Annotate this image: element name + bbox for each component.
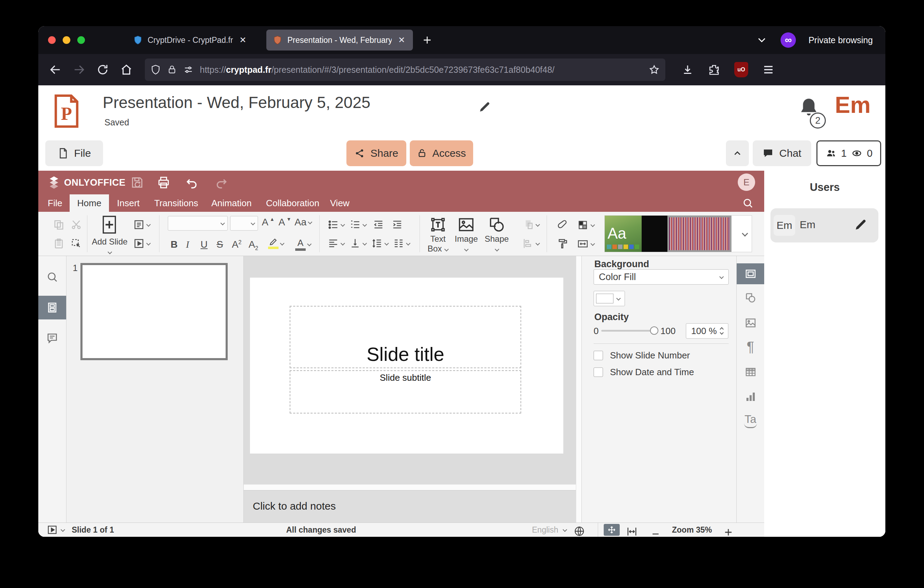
- highlight-color-button[interactable]: [268, 238, 284, 249]
- cut-icon[interactable]: [70, 219, 82, 231]
- text-box-button[interactable]: Text Box: [426, 215, 450, 253]
- subtitle-placeholder[interactable]: Slide subtitle: [290, 370, 521, 413]
- back-button[interactable]: [49, 63, 62, 76]
- url-bar[interactable]: https://cryptpad.fr/presentation/#/3/pre…: [145, 58, 665, 81]
- start-slideshow-status-button[interactable]: [47, 523, 65, 537]
- chart-settings-icon[interactable]: [744, 390, 757, 403]
- chat-button[interactable]: Chat: [753, 140, 811, 166]
- background-color-swatch[interactable]: [594, 291, 625, 306]
- opacity-spinner[interactable]: 100 %: [686, 323, 728, 339]
- spinner-down-icon[interactable]: [719, 330, 723, 334]
- search-icon[interactable]: [742, 197, 754, 209]
- user-counts[interactable]: 1 0: [817, 140, 881, 166]
- access-button[interactable]: Access: [410, 140, 473, 166]
- copy-icon[interactable]: [53, 219, 65, 231]
- show-date-time-row[interactable]: Show Date and Time: [594, 367, 694, 378]
- opacity-slider-track[interactable]: [601, 330, 655, 332]
- theme-landscape[interactable]: Aa: [605, 216, 642, 252]
- close-window-button[interactable]: [48, 36, 56, 44]
- theme-dark[interactable]: [642, 216, 667, 252]
- new-tab-button[interactable]: [421, 34, 433, 46]
- paragraph-settings-icon[interactable]: ¶: [747, 339, 754, 355]
- show-date-time-checkbox[interactable]: [594, 368, 603, 377]
- menu-collaboration[interactable]: Collaboration: [266, 194, 319, 212]
- increase-indent-icon[interactable]: [391, 219, 403, 231]
- arrange-shape-button[interactable]: [522, 219, 540, 231]
- select-all-icon[interactable]: [70, 238, 82, 249]
- gallery-expand-chevron[interactable]: [742, 231, 748, 237]
- account-avatar[interactable]: Em: [835, 92, 871, 118]
- spellcheck-globe-icon[interactable]: [573, 524, 585, 537]
- edit-name-pencil-icon[interactable]: [853, 217, 868, 232]
- title-placeholder[interactable]: Slide title: [290, 306, 521, 368]
- slide-thumbnail[interactable]: [81, 263, 228, 360]
- menu-insert[interactable]: Insert: [117, 194, 140, 212]
- undo-icon[interactable]: [185, 176, 199, 190]
- comments-panel-icon[interactable]: [46, 332, 58, 345]
- shape-button[interactable]: Shape: [485, 215, 509, 253]
- print-icon[interactable]: [157, 175, 171, 190]
- menu-animation[interactable]: Animation: [211, 194, 252, 212]
- fit-width-icon[interactable]: [626, 525, 638, 537]
- bookmark-star-icon[interactable]: [648, 64, 660, 75]
- show-slide-number-row[interactable]: Show Slide Number: [594, 350, 690, 361]
- forward-button[interactable]: [73, 63, 86, 76]
- background-fill-select[interactable]: Color Fill: [594, 269, 729, 284]
- image-settings-icon[interactable]: [744, 317, 757, 329]
- decrement-font-button[interactable]: A▼: [279, 217, 291, 228]
- menu-home[interactable]: Home: [69, 194, 109, 212]
- share-button[interactable]: Share: [346, 140, 406, 166]
- extensions-puzzle-icon[interactable]: [708, 63, 720, 76]
- add-slide-label[interactable]: Add Slide: [91, 237, 129, 256]
- ublock-origin-icon[interactable]: uO: [734, 62, 748, 77]
- text-art-settings-icon[interactable]: Ta: [744, 413, 757, 428]
- minimize-window-button[interactable]: [63, 36, 70, 44]
- horizontal-align-button[interactable]: [327, 238, 345, 249]
- slide[interactable]: Slide title Slide subtitle: [250, 277, 563, 454]
- url-text[interactable]: https://cryptpad.fr/presentation/#/3/pre…: [200, 65, 642, 75]
- menu-hamburger-icon[interactable]: [762, 63, 775, 76]
- fit-slide-button[interactable]: [604, 524, 620, 536]
- start-slideshow-button[interactable]: [133, 238, 150, 249]
- vertical-align-button[interactable]: [349, 238, 366, 249]
- zoom-out-icon[interactable]: [651, 527, 660, 537]
- menu-view[interactable]: View: [330, 194, 350, 212]
- fill-color-button[interactable]: [577, 219, 595, 231]
- zoom-in-icon[interactable]: [723, 525, 733, 537]
- line-spacing-button[interactable]: [371, 238, 389, 249]
- theme-striped-selected[interactable]: [667, 216, 731, 252]
- change-case-button[interactable]: Aa: [295, 217, 312, 228]
- slide-settings-icon[interactable]: [744, 268, 757, 280]
- bold-button[interactable]: B: [171, 239, 178, 250]
- clear-style-icon[interactable]: [557, 219, 569, 231]
- language-chevron-icon[interactable]: [563, 528, 567, 537]
- downloads-icon[interactable]: [681, 63, 694, 76]
- collapse-toolbar-button[interactable]: [726, 140, 749, 166]
- vertical-scrollbar[interactable]: [576, 256, 581, 522]
- slides-panel-icon[interactable]: [46, 301, 58, 314]
- font-color-button[interactable]: A: [295, 238, 311, 251]
- save-icon[interactable]: [130, 175, 144, 190]
- close-tab-icon[interactable]: ✕: [238, 35, 248, 46]
- align-shape-button[interactable]: [522, 238, 540, 249]
- show-slide-number-checkbox[interactable]: [594, 351, 603, 360]
- rename-pencil-icon[interactable]: [478, 100, 492, 114]
- columns-button[interactable]: [393, 238, 410, 249]
- permissions-icon[interactable]: [183, 64, 193, 75]
- superscript-button[interactable]: A2: [232, 239, 242, 250]
- lock-icon[interactable]: [167, 64, 177, 75]
- paste-icon[interactable]: [53, 238, 65, 249]
- tab-presentation[interactable]: Presentation - Wed, February 5, ✕: [266, 30, 412, 51]
- list-tabs-chevron-icon[interactable]: [756, 34, 768, 46]
- horizontal-scrollbar[interactable]: [244, 484, 576, 490]
- tracking-shield-icon[interactable]: [150, 64, 161, 75]
- slide-layout-button[interactable]: [133, 219, 150, 231]
- add-slide-button[interactable]: [100, 215, 118, 235]
- file-menu-button[interactable]: File: [45, 140, 103, 166]
- bullets-button[interactable]: [327, 219, 345, 231]
- font-name-combo[interactable]: [168, 216, 228, 231]
- menu-transitions[interactable]: Transitions: [154, 194, 198, 212]
- strikethrough-button[interactable]: S: [216, 239, 223, 250]
- tab-cryptdrive[interactable]: CryptDrive - CryptPad.fr ✕: [127, 30, 254, 51]
- decrease-indent-icon[interactable]: [373, 219, 384, 231]
